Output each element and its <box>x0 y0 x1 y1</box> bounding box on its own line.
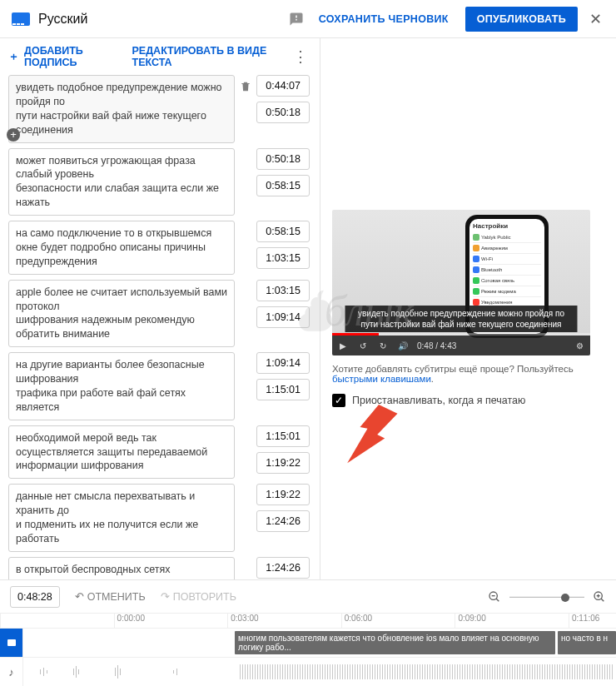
svg-rect-15 <box>115 668 116 676</box>
caption-text[interactable]: на другие варианты более безопасные шифр… <box>8 352 235 420</box>
caption-text[interactable]: может появиться угрожающая фраза слабый … <box>8 148 235 216</box>
time-start[interactable]: 1:15:01 <box>256 425 310 447</box>
caption-track[interactable]: многим пользователям кажется что обновле… <box>0 628 616 657</box>
time-end[interactable]: 1:03:15 <box>256 247 310 269</box>
time-end[interactable]: 0:50:18 <box>256 102 310 123</box>
svg-rect-14 <box>78 669 79 674</box>
time-start[interactable]: 0:50:18 <box>256 148 310 170</box>
caption-row[interactable]: увидеть подобное предупреждение можно пр… <box>8 75 316 143</box>
caption-row[interactable]: необходимой мерой ведь так осуществляетс… <box>8 425 316 480</box>
caption-line: увидеть подобное предупреждение можно пр… <box>16 81 227 109</box>
time-end[interactable]: 1:19:22 <box>256 452 310 474</box>
caption-text[interactable]: данные нет смысла перехватывать и хранит… <box>8 484 235 552</box>
caption-text[interactable]: необходимой мерой ведь так осуществляетс… <box>8 425 235 480</box>
caption-row[interactable]: на само подключение то в открывшемся окн… <box>8 221 316 275</box>
time-start[interactable]: 1:09:14 <box>256 352 310 374</box>
pause-while-typing-row[interactable]: ✓ Приостанавливать, когда я печатаю <box>332 394 604 407</box>
caption-row[interactable]: данные нет смысла перехватывать и хранит… <box>8 484 316 552</box>
save-draft-button[interactable]: СОХРАНИТЬ ЧЕРНОВИК <box>307 13 460 25</box>
caption-segment[interactable]: но часто в н <box>558 631 616 654</box>
volume-icon[interactable]: 🔊 <box>397 341 409 350</box>
zoom-control[interactable] <box>488 590 606 604</box>
zoom-slider[interactable] <box>509 596 584 598</box>
replay-icon[interactable]: ↺ <box>357 341 369 350</box>
zoom-in-icon[interactable] <box>593 590 606 604</box>
caption-line: трафика при работе вай фай сетях являетс… <box>16 386 227 415</box>
time-start[interactable]: 1:19:22 <box>256 484 310 505</box>
undo-icon: ↶ <box>75 590 84 603</box>
time-end[interactable]: 1:15:01 <box>256 379 310 400</box>
video-time: 0:48 / 4:43 <box>417 341 456 350</box>
zoom-out-icon[interactable] <box>488 590 501 604</box>
svg-rect-16 <box>117 665 118 679</box>
svg-line-5 <box>601 599 604 601</box>
time-start[interactable]: 1:24:26 <box>256 557 310 579</box>
caption-text[interactable]: на само подключение то в открывшемся окн… <box>8 221 235 275</box>
caption-row[interactable]: на другие варианты более безопасные шифр… <box>8 352 316 420</box>
time-column: 0:44:07 0:50:18 <box>256 75 310 123</box>
subtitles-track-icon[interactable] <box>0 629 23 657</box>
checkbox-checked-icon[interactable]: ✓ <box>332 394 345 407</box>
forward-icon[interactable]: ↻ <box>377 341 389 350</box>
caption-row[interactable]: apple более не считает используемый вами… <box>8 280 316 348</box>
video-caption-overlay: увидеть подобное предупреждение можно пр… <box>345 306 578 332</box>
timecode-input[interactable]: 0:48:28 <box>10 586 60 608</box>
caption-text[interactable]: apple более не считает используемый вами… <box>8 280 235 348</box>
svg-rect-18 <box>173 670 174 674</box>
caption-row[interactable]: в открытой беспроводных сетях злоумышлен… <box>8 557 316 579</box>
caption-segment[interactable]: многим пользователям кажется что обновле… <box>235 631 555 654</box>
video-preview[interactable]: Настройки Yablyk Public Авиарежим Wi-Fi … <box>332 210 590 355</box>
caption-line: apple более не считает используемый вами… <box>16 286 227 314</box>
time-start[interactable]: 0:58:15 <box>256 221 310 242</box>
caption-line: шифрования надежным рекомендую обратить … <box>16 313 227 341</box>
caption-line: пути настройки вай фай ниже текущего сое… <box>16 109 227 137</box>
svg-rect-10 <box>43 668 44 676</box>
caption-panel: ＋ ДОБАВИТЬ ПОДПИСЬ РЕДАКТИРОВАТЬ В ВИДЕ … <box>0 38 320 579</box>
delete-icon[interactable] <box>240 80 251 96</box>
caption-line: может появиться угрожающая фраза слабый … <box>16 154 227 182</box>
caption-row[interactable]: может появиться угрожающая фраза слабый … <box>8 148 316 216</box>
time-start[interactable]: 0:44:07 <box>256 75 310 97</box>
waveform <box>23 661 616 683</box>
time-start[interactable]: 1:03:15 <box>256 280 310 301</box>
play-icon[interactable]: ▶ <box>337 341 349 350</box>
add-caption-button[interactable]: ＋ ДОБАВИТЬ ПОДПИСЬ <box>8 45 112 68</box>
redo-icon: ↷ <box>161 590 170 603</box>
audio-track[interactable]: ♪ <box>0 657 616 686</box>
caption-line: на само подключение то в открывшемся окн… <box>16 226 227 269</box>
plus-icon: ＋ <box>8 50 19 64</box>
timeline-ruler[interactable]: 0:00:00 0:03:00 0:06:00 0:09:00 0:11:06 <box>0 613 616 628</box>
caption-line: и подменить их не получится если же рабо… <box>16 518 227 546</box>
svg-rect-11 <box>47 670 47 674</box>
edit-as-text-button[interactable]: РЕДАКТИРОВАТЬ В ВИДЕ ТЕКСТА <box>132 45 273 68</box>
svg-rect-9 <box>40 669 41 674</box>
caption-text[interactable]: в открытой беспроводных сетях злоумышлен… <box>8 557 235 579</box>
add-caption-label: ДОБАВИТЬ ПОДПИСЬ <box>24 45 112 68</box>
pause-label: Приостанавливать, когда я печатаю <box>352 395 525 406</box>
close-button[interactable]: ✕ <box>583 10 608 28</box>
caption-toolbar: ＋ ДОБАВИТЬ ПОДПИСЬ РЕДАКТИРОВАТЬ В ВИДЕ … <box>0 38 320 75</box>
svg-rect-13 <box>76 666 77 678</box>
caption-line: в открытой беспроводных сетях злоумышлен… <box>16 563 227 579</box>
timeline-tracks: многим пользователям кажется что обновле… <box>0 628 616 686</box>
settings-icon[interactable]: ⚙ <box>574 341 585 350</box>
more-menu-button[interactable]: ⋮ <box>293 47 311 66</box>
time-end[interactable]: 1:09:14 <box>256 306 310 328</box>
shortcuts-hint: Хотите добавлять субтитры ещё проще? Пол… <box>332 364 604 384</box>
timeline-controls: 0:48:28 ↶ОТМЕНИТЬ ↷ПОВТОРИТЬ <box>0 579 616 613</box>
feedback-icon[interactable] <box>286 8 307 30</box>
redo-button[interactable]: ↷ПОВТОРИТЬ <box>161 590 236 603</box>
undo-button[interactable]: ↶ОТМЕНИТЬ <box>75 590 146 603</box>
insert-caption-button[interactable]: + <box>7 128 20 142</box>
publish-button[interactable]: ОПУБЛИКОВАТЬ <box>465 7 578 32</box>
subtitles-icon <box>12 12 30 26</box>
time-end[interactable]: 0:58:15 <box>256 175 310 196</box>
svg-rect-12 <box>73 669 74 675</box>
caption-text[interactable]: увидеть подобное предупреждение можно пр… <box>8 75 235 143</box>
caption-list: увидеть подобное предупреждение можно пр… <box>0 75 320 579</box>
shortcuts-link[interactable]: быстрыми клавишами <box>332 374 431 384</box>
svg-rect-17 <box>120 669 121 675</box>
caption-line: необходимой мерой ведь так осуществляетс… <box>16 431 227 474</box>
language-label: Русский <box>38 12 87 27</box>
time-end[interactable]: 1:24:26 <box>256 510 310 532</box>
